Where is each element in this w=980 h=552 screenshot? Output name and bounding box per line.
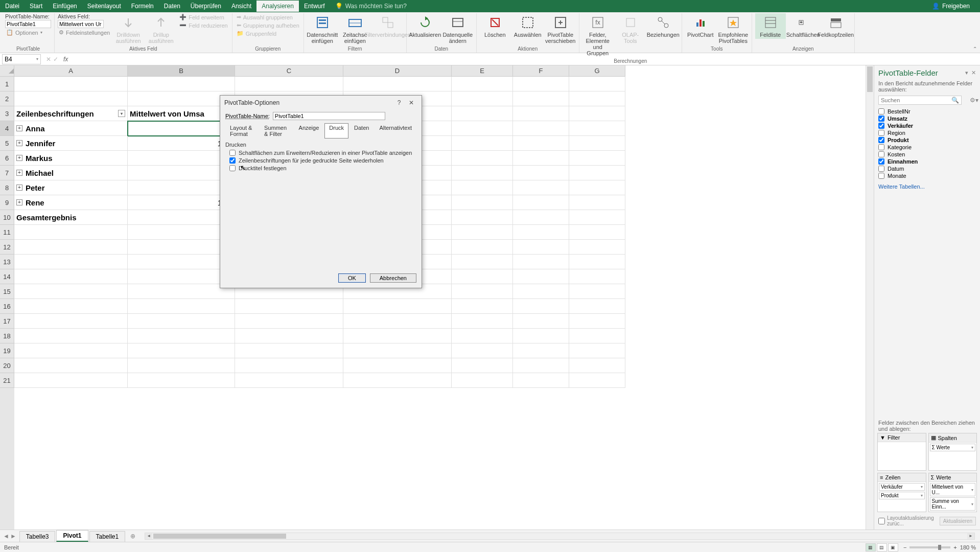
- cell[interactable]: [513, 210, 569, 225]
- cell[interactable]: [569, 106, 625, 121]
- tab-daten[interactable]: Daten: [159, 1, 185, 12]
- cell[interactable]: [569, 255, 625, 269]
- cell[interactable]: [14, 225, 128, 240]
- cell[interactable]: [513, 151, 569, 166]
- cell[interactable]: 9,5: [128, 180, 235, 195]
- cell[interactable]: [452, 225, 513, 240]
- cell[interactable]: [569, 136, 625, 151]
- cell[interactable]: [513, 284, 569, 299]
- cell[interactable]: [569, 358, 625, 373]
- cell[interactable]: [513, 299, 569, 314]
- field-item-umsatz[interactable]: Umsatz: [878, 115, 976, 122]
- zoom-value[interactable]: 180 %: [960, 544, 976, 550]
- cell[interactable]: [513, 314, 569, 329]
- dialog-checkbox-0[interactable]: Schaltflächen zum Erweitern/Reduzieren i…: [229, 150, 416, 156]
- columns-area[interactable]: ▦Spalten Σ Werte▾: [928, 433, 977, 471]
- cell[interactable]: [452, 343, 513, 358]
- sheet-nav-first-icon[interactable]: ◄: [3, 533, 9, 540]
- row-header-5[interactable]: 5: [0, 136, 14, 151]
- cell[interactable]: [14, 358, 128, 373]
- more-tables-link[interactable]: Weitere Tabellen...: [874, 181, 980, 192]
- select-all-corner[interactable]: [0, 65, 14, 77]
- row-header-17[interactable]: 17: [0, 314, 14, 329]
- field-checkbox[interactable]: [878, 151, 884, 157]
- cell[interactable]: [128, 269, 235, 284]
- close-icon[interactable]: ✕: [405, 99, 417, 106]
- cell[interactable]: [452, 210, 513, 225]
- sheet-tab-tabelle1[interactable]: Tabelle1: [89, 531, 126, 542]
- cell[interactable]: [452, 269, 513, 284]
- tab-einfuegen[interactable]: Einfügen: [48, 1, 82, 12]
- row-header-18[interactable]: 18: [0, 329, 14, 343]
- cell[interactable]: [452, 121, 513, 136]
- row-header-9[interactable]: 9: [0, 195, 14, 210]
- cell[interactable]: [14, 255, 128, 269]
- cell[interactable]: +Jennifer: [14, 136, 128, 151]
- sheet-tab-tabelle3[interactable]: Tabelle3: [19, 531, 56, 542]
- close-icon[interactable]: ✕: [971, 70, 976, 76]
- refresh-button[interactable]: Aktualisieren: [410, 13, 440, 39]
- row-header-19[interactable]: 19: [0, 343, 14, 358]
- field-item-produkt[interactable]: Produkt: [878, 136, 976, 144]
- cell[interactable]: [452, 106, 513, 121]
- cell[interactable]: [452, 77, 513, 91]
- scroll-right-icon[interactable]: ►: [967, 533, 974, 539]
- row-header-6[interactable]: 6: [0, 151, 14, 166]
- dropdown-icon[interactable]: ▾: [971, 445, 973, 450]
- cell[interactable]: [452, 240, 513, 255]
- cell[interactable]: [452, 255, 513, 269]
- cell[interactable]: +Michael: [14, 166, 128, 180]
- recommended-pivot-button[interactable]: Empfohlene PivotTables: [718, 13, 749, 45]
- cell[interactable]: [569, 195, 625, 210]
- view-normal-icon[interactable]: ▦: [866, 543, 876, 551]
- field-checkbox[interactable]: [878, 166, 884, 172]
- dialog-tab-layoutformat[interactable]: Layout & Format: [225, 123, 259, 139]
- fieldlist-toggle[interactable]: Feldliste: [755, 13, 786, 39]
- cell[interactable]: [452, 180, 513, 195]
- cell[interactable]: [569, 343, 625, 358]
- dialog-name-input[interactable]: [273, 112, 385, 120]
- field-checkbox[interactable]: [878, 137, 884, 143]
- cell[interactable]: [452, 314, 513, 329]
- cell[interactable]: [343, 329, 452, 343]
- cell[interactable]: [128, 210, 235, 225]
- cell[interactable]: [235, 343, 343, 358]
- cell[interactable]: [569, 225, 625, 240]
- cell[interactable]: [569, 166, 625, 180]
- dropdown-icon[interactable]: ▾: [921, 493, 923, 498]
- cell[interactable]: Mittelwert von Umsa: [128, 106, 235, 121]
- field-item-einnahmen[interactable]: Einnahmen: [878, 158, 976, 165]
- share-button[interactable]: 👤 Freigeben: [932, 3, 970, 10]
- dialog-tab-druck[interactable]: Druck: [324, 123, 348, 139]
- column-header-c[interactable]: C: [235, 65, 343, 77]
- row-header-21[interactable]: 21: [0, 373, 14, 388]
- pivotchart-button[interactable]: PivotChart: [685, 13, 716, 39]
- row-header-15[interactable]: 15: [0, 284, 14, 299]
- row-header-8[interactable]: 8: [0, 180, 14, 195]
- cell[interactable]: [343, 373, 452, 388]
- cell[interactable]: [128, 299, 235, 314]
- cell[interactable]: [128, 373, 235, 388]
- zoom-in-icon[interactable]: +: [953, 544, 956, 550]
- buttons-toggle[interactable]: +Schaltflächen: [788, 13, 819, 39]
- insert-timeline-button[interactable]: Zeitachse einfügen: [340, 13, 370, 45]
- rows-pill-produkt[interactable]: Produkt▾: [879, 492, 925, 499]
- cell[interactable]: [128, 91, 235, 106]
- cell[interactable]: [452, 358, 513, 373]
- scroll-left-icon[interactable]: ◄: [145, 533, 152, 539]
- checkbox[interactable]: [229, 157, 236, 164]
- field-item-verkäufer[interactable]: Verkäufer: [878, 122, 976, 129]
- cell[interactable]: +Rene: [14, 195, 128, 210]
- cancel-button[interactable]: Abbrechen: [370, 273, 416, 283]
- expand-icon[interactable]: +: [16, 185, 22, 191]
- field-item-kosten[interactable]: Kosten: [878, 151, 976, 158]
- cell[interactable]: [128, 284, 235, 299]
- defer-layout-checkbox[interactable]: [878, 518, 885, 524]
- row-header-4[interactable]: 4: [0, 121, 14, 136]
- expand-icon[interactable]: +: [16, 140, 22, 146]
- cell[interactable]: [569, 121, 625, 136]
- field-search[interactable]: 🔍: [878, 96, 962, 105]
- cell[interactable]: 3,4: [128, 166, 235, 180]
- row-header-2[interactable]: 2: [0, 91, 14, 106]
- name-box[interactable]: B4▾: [2, 54, 41, 64]
